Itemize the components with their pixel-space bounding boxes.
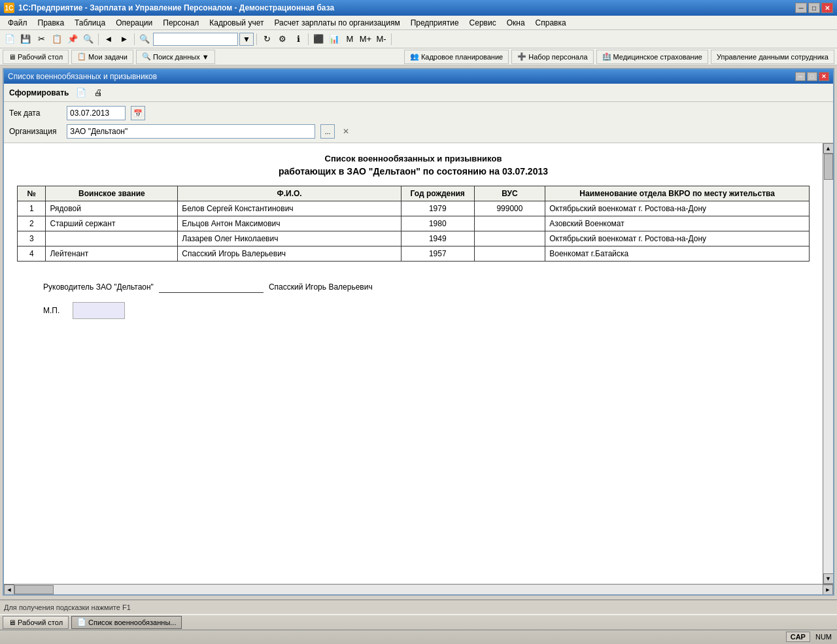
report-title-line1: Список военнообязанных и призывников	[17, 154, 810, 163]
doc-params: Тек дата 📅 Организация ... ✕	[4, 102, 833, 143]
mminus-button[interactable]: M-	[374, 32, 388, 46]
cut-button[interactable]: ✂	[34, 32, 48, 46]
search-dropdown[interactable]: ▼	[239, 33, 254, 46]
close-button[interactable]: ✕	[821, 3, 833, 13]
search-data-button[interactable]: 🔍 Поиск данных ▼	[136, 50, 215, 64]
forward-button[interactable]: ►	[117, 32, 131, 46]
menu-file[interactable]: Файл	[3, 17, 33, 29]
menu-payroll[interactable]: Расчет зарплаты по организациям	[269, 17, 405, 29]
header-dept: Наименование отдела ВКРО по месту житель…	[545, 186, 810, 201]
horizontal-scrollbar[interactable]: ◄ ►	[4, 584, 833, 594]
taskbar-doc-icon: 📄	[77, 618, 86, 626]
insurance-button[interactable]: 🏥 Медицинское страхование	[596, 50, 708, 64]
menu-operations[interactable]: Операции	[111, 17, 158, 29]
table-row: 1 Рядовой Белов Сергей Константинович 19…	[18, 201, 810, 216]
tasks-button[interactable]: 📋 Мои задачи	[71, 50, 133, 64]
status-bar: Для получения подсказки нажмите F1	[0, 600, 837, 614]
main-area: Список военнообязанных и призывников ─ □…	[0, 65, 837, 598]
report-scroll-area[interactable]: Список военнообязанных и призывников раб…	[4, 143, 823, 584]
signature-line: Руководитель ЗАО "Дельтаон" Спасский Иго…	[43, 281, 810, 293]
doc-maximize-button[interactable]: □	[807, 72, 817, 81]
back-button[interactable]: ◄	[101, 32, 116, 46]
scroll-down-button[interactable]: ▼	[823, 573, 834, 584]
taskbar-item-document[interactable]: 📄 Список военнообязанны...	[71, 616, 182, 629]
m-button[interactable]: M	[343, 32, 357, 46]
scroll-thumb[interactable]	[824, 154, 833, 180]
main-toolbar: 📄 💾 ✂ 📋 📌 🔍 ◄ ► 🔍 ▼ ↻ ⚙ ℹ ⬛ 📊 M M+ M-	[0, 30, 837, 48]
menu-service[interactable]: Сервис	[464, 17, 502, 29]
zoom-button[interactable]: 🔍	[137, 32, 152, 46]
employee-data-button[interactable]: Управление данными сотрудника	[711, 50, 834, 64]
calc-button[interactable]: ⬛	[311, 32, 326, 46]
tasks-icon: 📋	[77, 52, 86, 61]
cell-vus-1	[474, 216, 545, 231]
cell-dept-0: Октябрьский военкомат г. Ростова-на-Дону	[545, 201, 810, 216]
cap-indicator: CAP	[786, 632, 810, 642]
table-row: 2 Старший сержант Ельцов Антон Максимови…	[18, 216, 810, 231]
num-indicator: NUM	[815, 633, 832, 641]
menu-personnel[interactable]: Персонал	[158, 17, 204, 29]
refresh-button[interactable]: ↻	[260, 32, 274, 46]
scroll-left-button[interactable]: ◄	[4, 585, 14, 595]
vertical-scrollbar[interactable]: ▲ ▼	[823, 143, 833, 584]
doc-toolbar: Сформировать 📄 🖨	[4, 84, 833, 102]
calc2-button[interactable]: 📊	[327, 32, 341, 46]
taskbar-desktop-icon: 🖥	[9, 619, 16, 626]
new-button[interactable]: 📄	[3, 32, 17, 46]
date-picker-button[interactable]: 📅	[131, 106, 145, 120]
scroll-track[interactable]	[824, 154, 833, 573]
search-input[interactable]	[153, 33, 238, 46]
date-input[interactable]	[67, 106, 126, 120]
menu-help[interactable]: Справка	[530, 17, 572, 29]
minimize-button[interactable]: ─	[795, 3, 807, 13]
quick-bar: 🖥 Рабочий стол 📋 Мои задачи 🔍 Поиск данн…	[0, 48, 837, 65]
menu-hr[interactable]: Кадровый учет	[204, 17, 269, 29]
table-row: 3 Лазарев Олег Николаевич 1949 Октябрьск…	[18, 231, 810, 246]
table-row: 4 Лейтенант Спасский Игорь Валерьевич 19…	[18, 246, 810, 262]
search-button[interactable]: 🔍	[81, 32, 95, 46]
mplus-button[interactable]: M+	[358, 32, 373, 46]
info-button[interactable]: ℹ	[291, 32, 305, 46]
menu-table[interactable]: Таблица	[69, 17, 111, 29]
hscroll-thumb[interactable]	[14, 585, 54, 594]
cell-vus-0: 999000	[474, 201, 545, 216]
maximize-button[interactable]: □	[808, 3, 820, 13]
doc-title: Список военнообязанных и призывников	[8, 72, 157, 81]
org-input[interactable]	[67, 124, 315, 139]
insurance-label: Медицинское страхование	[613, 53, 702, 61]
taskbar-doc-label: Список военнообязанны...	[88, 619, 176, 626]
org-clear-button[interactable]: ✕	[340, 126, 352, 137]
generate-icon-btn[interactable]: 📄	[74, 86, 88, 100]
cell-vus-2	[474, 231, 545, 246]
table-header-row: № Воинское звание Ф.И.О. Год рождения ВУ…	[18, 186, 810, 201]
menu-enterprise[interactable]: Предприятие	[405, 17, 464, 29]
cell-num-3: 4	[18, 246, 46, 262]
hscroll-track[interactable]	[14, 585, 823, 594]
org-picker-button[interactable]: ...	[320, 124, 335, 139]
scroll-right-button[interactable]: ►	[823, 585, 833, 595]
print-btn[interactable]: 🖨	[91, 86, 105, 100]
tools-button[interactable]: ⚙	[275, 32, 290, 46]
doc-close-button[interactable]: ✕	[819, 72, 829, 81]
doc-minimize-button[interactable]: ─	[795, 72, 806, 81]
doc-title-controls: ─ □ ✕	[795, 72, 829, 81]
copy-button[interactable]: 📋	[50, 32, 64, 46]
status-message: Для получения подсказки нажмите F1	[4, 603, 131, 611]
paste-button[interactable]: 📌	[65, 32, 80, 46]
taskbar-desktop-label: Рабочий стол	[18, 619, 63, 626]
cell-name-2: Лазарев Олег Николаевич	[178, 231, 401, 246]
recruitment-icon: ➕	[517, 52, 526, 61]
report-table: № Воинское звание Ф.И.О. Год рождения ВУ…	[17, 186, 810, 262]
scroll-up-button[interactable]: ▲	[823, 143, 834, 154]
cell-dept-3: Военкомат г.Батайска	[545, 246, 810, 262]
hr-planning-button[interactable]: 👥 Кадровое планирование	[404, 50, 509, 64]
menu-edit[interactable]: Правка	[33, 17, 70, 29]
menu-windows[interactable]: Окна	[502, 17, 530, 29]
cell-name-0: Белов Сергей Константинович	[178, 201, 401, 216]
desktop-button[interactable]: 🖥 Рабочий стол	[3, 50, 69, 64]
signature-name: Спасский Игорь Валерьевич	[269, 282, 373, 292]
recruitment-button[interactable]: ➕ Набор персонала	[511, 50, 593, 64]
save-button[interactable]: 💾	[18, 32, 33, 46]
separator-2	[134, 33, 135, 45]
taskbar-item-desktop[interactable]: 🖥 Рабочий стол	[3, 616, 69, 629]
